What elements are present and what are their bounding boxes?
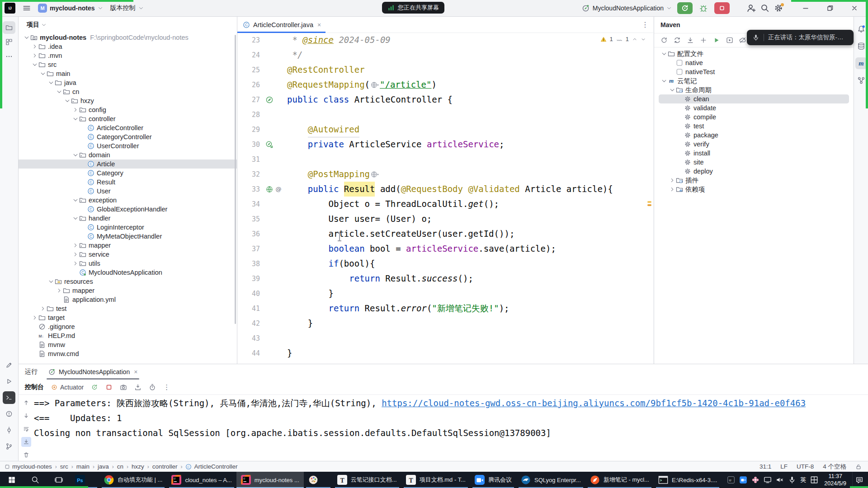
git-tool-button[interactable] [3,440,15,453]
run-tab[interactable]: MycloudNotesApplication × [47,364,139,380]
project-tree-item-resources[interactable]: resources [19,277,237,286]
project-tree-item-main[interactable]: main [19,69,237,78]
stop-application-button[interactable] [105,384,113,391]
project-tree-item-target[interactable]: target [19,313,237,322]
download-button[interactable] [687,37,694,44]
reload-all-button[interactable] [674,37,681,44]
project-tree-item-java[interactable]: java [19,78,237,87]
project-widget[interactable]: M mycloud-notes [38,4,103,13]
taskbar-app-paint[interactable] [304,472,333,488]
maven-item-package[interactable]: package [659,131,849,140]
taskbar-app-sqlyog-enterpr...[interactable]: SQLyog Enterpr... [516,472,585,488]
project-tree-item-application.yml[interactable]: application.yml [19,295,237,304]
breadcrumb-src[interactable]: src [60,463,68,470]
project-tree-item-utils[interactable]: utils [19,259,237,268]
taskbar-app-e-redis-x64-3....[interactable]: E:\Redis-x64-3.... [654,472,722,488]
file-encoding[interactable]: UTF-8 [797,463,814,470]
tree-expand-icon[interactable] [31,314,38,321]
scroll-down-button[interactable] [21,411,31,421]
project-tree-item-mycloud-notes[interactable]: mycloud-notesF:\springbootCode\mycloud-n… [19,33,237,42]
editor[interactable]: C ArticleController.java × ⋮ 23 * @since… [237,17,653,364]
taskbar-search-button[interactable] [24,472,47,488]
notifications-tool-button[interactable] [3,359,15,371]
project-tree-item-test[interactable]: test [19,304,237,313]
taskbar-app-云笔记接口文档...[interactable]: T云笔记接口文档... [333,472,401,488]
line-separator[interactable]: LF [780,463,788,470]
tray-monitor-button[interactable] [764,476,772,484]
taskbar-app-cloud-notes-a...[interactable]: IJcloud_notes – A... [167,472,236,488]
project-tree-item-.mvn[interactable]: .mvn [19,51,237,60]
tree-collapse-icon[interactable] [39,70,47,77]
maven-tool-button[interactable]: m [855,57,867,69]
run-button[interactable] [713,37,720,44]
project-tree-item-cn[interactable]: cn [19,87,237,96]
taskbar-app-自动填充功能-...[interactable]: 自动填充功能 | ... [99,472,167,488]
rerun-application-button[interactable] [91,384,98,391]
vcs-widget[interactable]: 版本控制 [110,4,144,12]
tree-expand-icon[interactable] [39,305,47,312]
scroll-up-button[interactable] [21,398,31,408]
project-tree-item-config[interactable]: config [19,105,237,114]
maven-item-依赖项[interactable]: 依赖项 [659,185,849,194]
project-tree-item-mapper[interactable]: mapper [19,241,237,250]
project-tree-item-src[interactable]: src [19,60,237,69]
search-everywhere-button[interactable] [760,4,769,13]
refresh-button[interactable] [660,37,668,44]
tree-collapse-icon[interactable] [31,61,38,68]
stop-button[interactable] [714,2,730,14]
tree-collapse-icon[interactable] [72,215,79,221]
maven-item-site[interactable]: site [659,158,849,167]
project-tree-item-mvnw.cmd[interactable]: mvnw.cmd [19,349,237,358]
profiler-button[interactable] [149,384,156,391]
notifications-button[interactable] [855,23,867,35]
inspection-widget[interactable]: 1 1 [600,36,646,42]
breadcrumb-main[interactable]: main [76,463,90,470]
project-tree-item-help.md[interactable]: M↓HELP.md [19,331,237,340]
tree-collapse-icon[interactable] [47,278,55,285]
taskbar-app-ps[interactable]: Ps [71,472,99,488]
maven-item-compile[interactable]: compile [659,113,849,122]
taskbar-app-mycloud-notes-...[interactable]: IJmycloud-notes ... [236,472,304,488]
more-tools-button[interactable] [3,50,15,63]
tray-speaker-button[interactable] [776,476,784,484]
console-tab[interactable]: 控制台 [25,383,44,391]
tree-expand-icon[interactable] [72,251,79,258]
close-button[interactable] [844,0,864,16]
tree-expand-icon[interactable] [72,242,79,249]
close-run-tab-icon[interactable]: × [134,368,137,375]
tree-collapse-icon[interactable] [72,116,79,122]
tab-articlecontroller[interactable]: C ArticleController.java × [237,17,326,33]
project-tree-item-articlecontroller[interactable]: CArticleController [19,123,237,132]
project-tree-item-article[interactable]: CArticle [19,160,237,169]
project-tree-item-service[interactable]: service [19,250,237,259]
taskbar-clock[interactable]: 11:37 2024/5/9 [824,473,846,488]
scroll-to-end-button[interactable] [21,437,31,447]
editor-options-icon[interactable]: ⋮ [642,20,649,29]
project-scrollbar[interactable] [235,35,236,324]
tree-collapse-icon[interactable] [72,197,79,203]
url-inlay-icon[interactable] [371,170,379,178]
maven-collapse-icon[interactable] [660,51,668,57]
tray-ij-button[interactable]: IJ [727,476,735,484]
code-with-me-button[interactable] [747,4,756,13]
project-tree-item-.idea[interactable]: .idea [19,42,237,51]
maven-collapse-icon[interactable] [669,87,676,93]
project-tree-item-hxzy[interactable]: hxzy [19,96,237,105]
url-inlay-icon[interactable] [371,81,379,89]
maven-item-deploy[interactable]: deploy [659,167,849,176]
run-configuration-select[interactable]: MycloudNotesApplication [582,4,672,12]
maven-item-validate[interactable]: validate [659,103,849,113]
dump-heap-button[interactable] [134,384,142,391]
caret-position[interactable]: 31:1 [760,463,771,470]
breadcrumb-cn[interactable]: cn [117,463,123,470]
tree-collapse-icon[interactable] [56,89,63,95]
breadcrumb-hxzy[interactable]: hxzy [132,463,144,470]
rerun-button[interactable] [677,2,693,14]
action-center-button[interactable] [852,472,866,488]
project-tree-item-mymetaobjecthandler[interactable]: CMyMetaObjectHandler [19,232,237,241]
more-options-icon[interactable]: ⋮ [163,383,170,391]
tree-expand-icon[interactable] [56,287,63,294]
taskbar-app-新增笔记-mycl...[interactable]: 新增笔记 - mycl... [585,472,654,488]
tree-expand-icon[interactable] [72,107,79,113]
maven-item-配置文件[interactable]: 配置文件 [659,49,849,58]
